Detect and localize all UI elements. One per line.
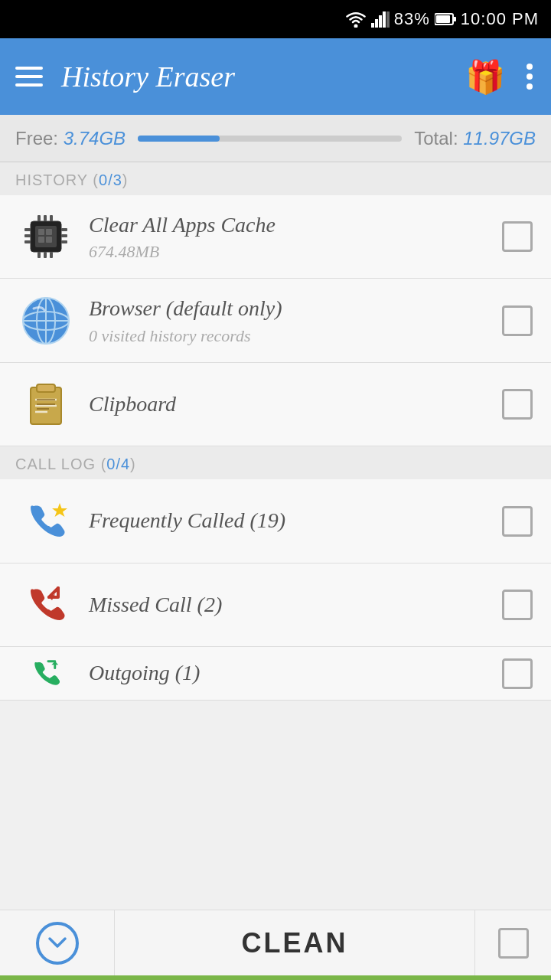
list-item-clear-cache[interactable]: Clear All Apps Cache 674.48MB <box>0 195 551 279</box>
svg-rect-11 <box>24 228 31 231</box>
svg-rect-34 <box>37 384 55 392</box>
svg-rect-24 <box>46 229 52 235</box>
status-icons: 83% 10:00 PM <box>345 9 539 29</box>
gift-button[interactable]: 🎁 <box>465 58 505 96</box>
battery-icon <box>435 12 456 26</box>
clipboard-checkbox[interactable] <box>502 389 533 420</box>
calllog-section-header: CALL LOG (0/4) <box>0 446 551 479</box>
signal-icon <box>371 11 390 28</box>
outgoing-call-icon <box>18 647 73 701</box>
clean-button[interactable]: CLEAN <box>115 927 474 959</box>
call-star-icon <box>18 494 73 549</box>
svg-rect-1 <box>371 23 374 28</box>
storage-free-label: Free: 3.74GB <box>15 128 126 149</box>
svg-point-0 <box>354 24 357 28</box>
missed-call-title: Missed Call (2) <box>89 591 487 619</box>
clear-cache-title: Clear All Apps Cache <box>89 211 487 239</box>
clear-cache-text: Clear All Apps Cache 674.48MB <box>89 211 487 262</box>
calllog-count: 0/4 <box>106 456 130 472</box>
svg-rect-16 <box>61 240 67 243</box>
storage-total-label: Total: 11.97GB <box>414 128 536 149</box>
storage-free-value: 3.74GB <box>64 128 126 149</box>
svg-rect-14 <box>61 228 67 231</box>
browser-checkbox[interactable] <box>502 305 533 336</box>
svg-rect-5 <box>386 11 390 28</box>
history-section-header: HISTORY (0/3) <box>0 162 551 195</box>
missed-call-checkbox[interactable] <box>502 590 533 620</box>
svg-rect-20 <box>37 252 41 258</box>
battery-text: 83% <box>394 9 430 29</box>
globe-icon <box>18 293 73 348</box>
svg-rect-17 <box>37 215 41 221</box>
list-item-browser[interactable]: Browser (default only) 0 visited history… <box>0 279 551 363</box>
svg-rect-7 <box>453 17 456 21</box>
svg-rect-19 <box>50 215 53 221</box>
svg-rect-12 <box>24 234 31 237</box>
outgoing-title: Outgoing (1) <box>89 659 487 687</box>
missed-call-icon <box>18 577 73 632</box>
select-all-checkbox[interactable] <box>498 928 529 959</box>
storage-progress-fill <box>138 136 220 142</box>
frequently-called-checkbox[interactable] <box>502 506 533 537</box>
list-item-missed-call[interactable]: Missed Call (2) <box>0 564 551 647</box>
svg-rect-18 <box>44 215 47 221</box>
clipboard-title: Clipboard <box>89 390 487 418</box>
list-item-clipboard[interactable]: Clipboard <box>0 363 551 446</box>
missed-call-text: Missed Call (2) <box>89 591 487 619</box>
svg-rect-22 <box>50 252 53 258</box>
chip-icon <box>18 209 73 264</box>
list-item-frequently-called[interactable]: Frequently Called (19) <box>0 479 551 564</box>
frequently-called-title: Frequently Called (19) <box>89 507 487 534</box>
svg-rect-21 <box>44 252 47 258</box>
hamburger-menu-button[interactable] <box>15 67 43 87</box>
history-count: 0/3 <box>99 172 122 188</box>
svg-rect-10 <box>35 226 57 247</box>
storage-total-value: 11.97GB <box>463 128 536 149</box>
svg-marker-41 <box>52 503 67 517</box>
bottom-bar: CLEAN <box>0 910 551 975</box>
list-item-outgoing-partial[interactable]: Outgoing (1) <box>0 647 551 701</box>
frequently-called-text: Frequently Called (19) <box>89 507 487 534</box>
status-bar: 83% 10:00 PM <box>0 0 551 38</box>
clipboard-text: Clipboard <box>89 390 487 418</box>
svg-rect-15 <box>61 234 67 237</box>
select-all-area[interactable] <box>474 910 551 976</box>
browser-subtitle: 0 visited history records <box>89 326 487 346</box>
svg-rect-4 <box>383 11 386 28</box>
svg-rect-23 <box>38 229 44 235</box>
time-text: 10:00 PM <box>461 9 539 29</box>
clipboard-icon <box>18 377 73 432</box>
svg-rect-8 <box>436 15 450 23</box>
browser-title: Browser (default only) <box>89 295 487 322</box>
clear-cache-subtitle: 674.48MB <box>89 242 487 262</box>
svg-rect-26 <box>46 237 52 243</box>
svg-rect-13 <box>24 240 31 243</box>
svg-rect-3 <box>379 15 382 28</box>
svg-rect-2 <box>375 19 378 28</box>
browser-text: Browser (default only) 0 visited history… <box>89 295 487 345</box>
chevron-down-icon[interactable] <box>36 922 79 965</box>
clear-cache-checkbox[interactable] <box>502 221 533 252</box>
circle-down-button[interactable] <box>0 910 115 976</box>
wifi-icon <box>345 11 367 28</box>
outgoing-text: Outgoing (1) <box>89 659 487 687</box>
app-header: History Eraser 🎁 <box>0 38 551 115</box>
svg-rect-25 <box>38 237 44 243</box>
content-area: HISTORY (0/3) <box>0 162 551 980</box>
storage-progress-bar <box>138 136 402 142</box>
app-title: History Eraser <box>61 60 447 93</box>
outgoing-checkbox[interactable] <box>502 658 533 689</box>
storage-bar: Free: 3.74GB Total: 11.97GB <box>0 115 551 162</box>
more-menu-button[interactable] <box>523 60 536 93</box>
green-bottom-strip <box>0 975 551 980</box>
